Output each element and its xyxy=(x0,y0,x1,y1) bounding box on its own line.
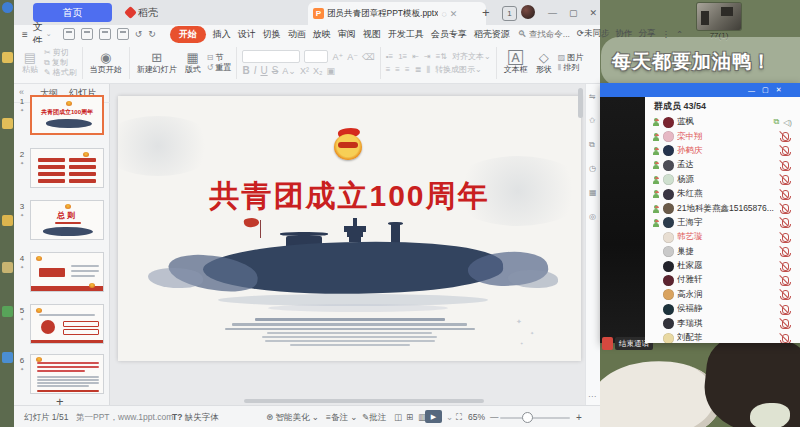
collapse-ribbon-icon[interactable]: ⌃ xyxy=(676,29,683,39)
meeting-video-thumbnail[interactable] xyxy=(697,3,741,30)
undo-icon[interactable]: ↺ xyxy=(135,29,143,39)
member-row[interactable]: 杜家愿 ⧉ ◁) xyxy=(645,259,800,273)
desktop-folder-icon[interactable] xyxy=(2,118,13,129)
pages-icon[interactable]: ⧉ xyxy=(589,140,595,150)
font-size-select[interactable] xyxy=(304,50,328,63)
ribbon-tab[interactable]: 稻壳资源 xyxy=(474,28,510,41)
close-doc-tab-icon[interactable]: ✕ xyxy=(450,9,458,19)
more-icon[interactable]: ⋮ xyxy=(661,29,670,39)
member-row[interactable]: 侯福静 ⧉ ◁) xyxy=(645,302,800,316)
maximize-button[interactable]: ▢ xyxy=(569,8,578,18)
missing-font-indicator[interactable]: T? 缺失字体 xyxy=(172,412,219,424)
indent-icon[interactable]: ⇥ xyxy=(424,52,431,61)
thumbnail-slide-1[interactable]: 共青团成立100周年 xyxy=(30,95,104,135)
meeting-close-button[interactable]: ✕ xyxy=(776,86,782,94)
play-from-page-button[interactable]: ◉ 当页开始 xyxy=(88,51,124,75)
mic-muted-icon[interactable] xyxy=(782,218,789,227)
mic-muted-icon[interactable] xyxy=(782,290,789,299)
normal-view-icon[interactable]: ◫ xyxy=(394,412,402,422)
tab-docer[interactable]: 稻壳 xyxy=(126,3,158,22)
mic-muted-icon[interactable] xyxy=(782,319,789,328)
strikethrough-button[interactable]: S xyxy=(272,65,279,76)
mic-muted-icon[interactable] xyxy=(782,204,789,213)
ribbon-tab[interactable]: 切换 xyxy=(263,28,281,41)
sync-status[interactable]: ⟳未同步 xyxy=(577,28,610,40)
justify-icon[interactable]: ≣ xyxy=(415,65,422,74)
font-name-select[interactable] xyxy=(242,50,300,63)
meeting-minimize-button[interactable]: — xyxy=(748,87,755,94)
desktop-folder-icon[interactable] xyxy=(2,262,13,273)
horizontal-scrollbar[interactable] xyxy=(244,399,484,403)
thumbnail-slide-6[interactable] xyxy=(30,354,104,394)
collapse-panel-icon[interactable]: « xyxy=(19,87,24,97)
meeting-maximize-button[interactable]: ▢ xyxy=(762,86,769,94)
bold-button[interactable]: B xyxy=(242,65,249,76)
mic-muted-icon[interactable] xyxy=(782,175,789,184)
mic-muted-icon[interactable] xyxy=(782,233,789,242)
member-row[interactable]: 孟达 ⧉ ◁) xyxy=(645,158,800,172)
history-icon[interactable]: ◷ xyxy=(589,164,596,173)
more-scroll-icon[interactable]: ⋯ xyxy=(588,392,597,401)
convert-diagram-button[interactable]: 转换成图示⌄ xyxy=(435,64,482,75)
bullets-icon[interactable]: •≡ xyxy=(386,52,393,61)
highlight-button[interactable]: ▣ xyxy=(326,66,335,76)
desktop-shortcut-icon[interactable] xyxy=(2,352,13,363)
tab-home[interactable]: 首页 xyxy=(33,3,112,22)
new-slide-button[interactable]: ⊞ 新建幻灯片 xyxy=(135,51,179,75)
slideshow-play-button[interactable]: ▶ xyxy=(425,410,442,423)
zoom-slider-track[interactable] xyxy=(500,417,570,419)
superscript-button[interactable]: X² xyxy=(300,66,309,76)
member-row[interactable]: 孙鹤庆 ⧉ ◁) xyxy=(645,144,800,158)
mic-muted-icon[interactable] xyxy=(782,334,789,343)
decrease-font-icon[interactable]: A⁻ xyxy=(347,52,358,62)
mic-muted-icon[interactable] xyxy=(782,276,789,285)
end-call-red-icon[interactable] xyxy=(602,337,613,350)
member-row[interactable]: 付雅轩 ⧉ ◁) xyxy=(645,273,800,287)
member-row[interactable]: 巢捷 ⧉ ◁) xyxy=(645,245,800,259)
member-row[interactable]: 刘配菲 ⧉ ◁) xyxy=(645,331,800,343)
ribbon-tab[interactable]: 放映 xyxy=(313,28,331,41)
fit-slide-icon[interactable]: ⛶ xyxy=(456,412,462,423)
italic-button[interactable]: I xyxy=(254,65,257,76)
member-row[interactable]: 朱红燕 ⧉ ◁) xyxy=(645,187,800,201)
numbering-icon[interactable]: 1≡ xyxy=(398,52,407,61)
reset-button[interactable]: ↺重置 xyxy=(207,63,232,73)
copy-button[interactable]: ⧉复制 xyxy=(44,58,77,68)
member-row[interactable]: 韩艺璇 ⧉ ◁) xyxy=(645,230,800,244)
redo-icon[interactable]: ↻ xyxy=(148,29,156,39)
line-spacing-icon[interactable]: ≡⇅ xyxy=(436,52,447,61)
collab-button[interactable]: 协作 xyxy=(615,28,632,40)
hamburger-icon[interactable]: ≡ xyxy=(22,29,28,40)
smart-beautify-button[interactable]: ⊛ 智能美化 ⌄ xyxy=(266,412,319,424)
ribbon-tab[interactable]: 开发工具 xyxy=(388,28,424,41)
desktop-shortcut-icon[interactable] xyxy=(2,2,13,13)
notes-button[interactable]: ≡备注 ⌄ xyxy=(326,412,357,424)
underline-button[interactable]: U xyxy=(260,65,267,76)
zoom-out-button[interactable]: — xyxy=(490,412,499,422)
meeting-titlebar[interactable]: — ▢ ✕ xyxy=(600,83,800,97)
mic-muted-icon[interactable] xyxy=(782,161,789,170)
export-icon[interactable] xyxy=(81,28,93,40)
zoom-slider-thumb[interactable] xyxy=(522,412,533,423)
layout-button[interactable]: ▦ 版式 xyxy=(183,51,203,75)
member-row[interactable]: 高永润 ⧉ ◁) xyxy=(645,288,800,302)
arrange-button[interactable]: ⫴排列 xyxy=(558,63,584,73)
desktop-shortcut-icon[interactable] xyxy=(2,306,13,317)
star-favorites-icon[interactable]: ✩ xyxy=(589,116,596,125)
mic-muted-icon[interactable] xyxy=(782,132,789,141)
section-button[interactable]: ⊟节 xyxy=(207,53,232,63)
user-avatar[interactable] xyxy=(521,5,535,19)
subscript-button[interactable]: X₂ xyxy=(313,66,323,76)
ribbon-tab[interactable]: 会员专享 xyxy=(431,28,467,41)
clear-format-icon[interactable]: ⌫ xyxy=(362,52,375,62)
current-slide[interactable]: 共青团成立100周年 xyxy=(118,96,581,361)
share-button[interactable]: 分享 xyxy=(638,28,655,40)
thumbnail-slide-2[interactable] xyxy=(30,148,104,188)
properties-icon[interactable]: ⇋ xyxy=(589,92,596,101)
close-button[interactable]: ✕ xyxy=(590,8,598,18)
align-center-icon[interactable]: ≡ xyxy=(395,65,400,74)
ribbon-tab[interactable]: 动画 xyxy=(288,28,306,41)
ribbon-tab[interactable]: 插入 xyxy=(213,28,231,41)
minimize-button[interactable]: — xyxy=(548,8,557,18)
mic-muted-icon[interactable] xyxy=(782,247,789,256)
